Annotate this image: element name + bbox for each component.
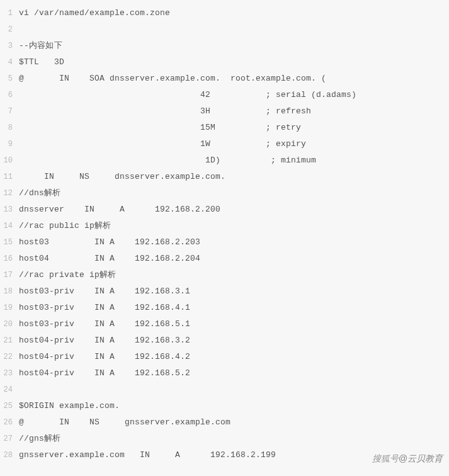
code-line: 5@ IN SOA dnsserver.example.com. root.ex… bbox=[0, 71, 449, 87]
code-line: 25$ORIGIN example.com. bbox=[0, 398, 449, 414]
code-line: 26@ IN NS gnsserver.example.com bbox=[0, 414, 449, 431]
code-line: 6 42 ; serial (d.adams) bbox=[0, 87, 449, 103]
line-number: 22 bbox=[0, 349, 19, 365]
line-number: 17 bbox=[0, 267, 19, 283]
line-number: 21 bbox=[0, 332, 19, 349]
line-content: @ IN SOA dnsserver.example.com. root.exa… bbox=[19, 71, 326, 87]
line-content: 1W ; expiry bbox=[19, 136, 306, 152]
code-line: 18host03-priv IN A 192.168.3.1 bbox=[0, 283, 449, 300]
line-content: @ IN NS gnsserver.example.com bbox=[19, 414, 230, 431]
line-content: host04 IN A 192.168.2.204 bbox=[19, 251, 200, 267]
line-content: 15M ; retry bbox=[19, 120, 301, 136]
line-content: //gns解析 bbox=[19, 431, 60, 447]
code-line: 1vi /var/named/example.com.zone bbox=[0, 5, 449, 21]
line-content: host03-priv IN A 192.168.5.1 bbox=[19, 316, 190, 332]
code-line: 2 bbox=[0, 21, 449, 38]
line-number: 7 bbox=[0, 103, 19, 120]
code-line: 23host04-priv IN A 192.168.5.2 bbox=[0, 365, 449, 382]
line-number: 8 bbox=[0, 120, 19, 136]
line-content: host04-priv IN A 192.168.5.2 bbox=[19, 365, 190, 382]
line-number: 2 bbox=[0, 21, 19, 38]
line-content: 42 ; serial (d.adams) bbox=[19, 87, 356, 103]
code-line: 22host04-priv IN A 192.168.4.2 bbox=[0, 349, 449, 365]
code-line: 4$TTL 3D bbox=[0, 54, 449, 71]
line-content: host04-priv IN A 192.168.4.2 bbox=[19, 349, 190, 365]
code-line: 16host04 IN A 192.168.2.204 bbox=[0, 251, 449, 267]
line-content: dnsserver IN A 192.168.2.200 bbox=[19, 201, 220, 218]
code-line: 3--内容如下 bbox=[0, 38, 449, 54]
line-content: --内容如下 bbox=[19, 38, 62, 54]
line-content: 1D) ; minimum bbox=[19, 152, 316, 169]
line-content: //rac private ip解析 bbox=[19, 267, 116, 283]
line-number: 20 bbox=[0, 316, 19, 332]
line-number: 3 bbox=[0, 38, 19, 54]
code-line: 24 bbox=[0, 382, 449, 398]
line-content: $ORIGIN example.com. bbox=[19, 398, 120, 414]
line-content: host03-priv IN A 192.168.3.1 bbox=[19, 283, 190, 300]
line-content: //rac public ip解析 bbox=[19, 218, 111, 234]
line-number: 16 bbox=[0, 251, 19, 267]
line-content: $TTL 3D bbox=[19, 54, 64, 71]
line-content: IN NS dnsserver.example.com. bbox=[19, 169, 225, 185]
code-line: 27//gns解析 bbox=[0, 431, 449, 447]
line-number: 4 bbox=[0, 54, 19, 71]
line-number: 14 bbox=[0, 218, 19, 234]
line-content: //dns解析 bbox=[19, 185, 60, 201]
line-number: 23 bbox=[0, 365, 19, 382]
code-line: 15host03 IN A 192.168.2.203 bbox=[0, 234, 449, 251]
watermark-at: @ bbox=[399, 453, 407, 463]
line-content: gnsserver.example.com IN A 192.168.2.199 bbox=[19, 447, 276, 463]
line-number: 11 bbox=[0, 169, 19, 185]
line-number: 13 bbox=[0, 201, 19, 218]
code-block: 1vi /var/named/example.com.zone23--内容如下4… bbox=[0, 5, 449, 463]
code-line: 10 1D) ; minimum bbox=[0, 152, 449, 169]
code-line: 13dnsserver IN A 192.168.2.200 bbox=[0, 201, 449, 218]
line-content: host03-priv IN A 192.168.4.1 bbox=[19, 300, 190, 316]
line-number: 15 bbox=[0, 234, 19, 251]
watermark-prefix: 搜狐号 bbox=[372, 453, 399, 463]
line-content: host03 IN A 192.168.2.203 bbox=[19, 234, 200, 251]
line-number: 10 bbox=[0, 152, 19, 169]
code-line: 12//dns解析 bbox=[0, 185, 449, 201]
line-number: 5 bbox=[0, 71, 19, 87]
code-line: 11 IN NS dnsserver.example.com. bbox=[0, 169, 449, 185]
watermark-name: 云贝教育 bbox=[407, 453, 443, 463]
line-number: 9 bbox=[0, 136, 19, 152]
watermark: 搜狐号@云贝教育 bbox=[372, 453, 443, 465]
line-number: 18 bbox=[0, 283, 19, 300]
line-content: vi /var/named/example.com.zone bbox=[19, 5, 170, 21]
line-number: 27 bbox=[0, 431, 19, 447]
code-line: 14//rac public ip解析 bbox=[0, 218, 449, 234]
line-number: 26 bbox=[0, 414, 19, 431]
code-line: 8 15M ; retry bbox=[0, 120, 449, 136]
line-number: 1 bbox=[0, 5, 19, 21]
line-number: 6 bbox=[0, 87, 19, 103]
code-line: 20host03-priv IN A 192.168.5.1 bbox=[0, 316, 449, 332]
code-line: 19host03-priv IN A 192.168.4.1 bbox=[0, 300, 449, 316]
line-number: 19 bbox=[0, 300, 19, 316]
code-line: 21host04-priv IN A 192.168.3.2 bbox=[0, 332, 449, 349]
line-number: 25 bbox=[0, 398, 19, 414]
line-number: 12 bbox=[0, 185, 19, 201]
line-number: 28 bbox=[0, 447, 19, 463]
code-line: 17//rac private ip解析 bbox=[0, 267, 449, 283]
line-number: 24 bbox=[0, 382, 19, 398]
code-line: 9 1W ; expiry bbox=[0, 136, 449, 152]
code-line: 7 3H ; refresh bbox=[0, 103, 449, 120]
line-content: 3H ; refresh bbox=[19, 103, 311, 120]
line-content: host04-priv IN A 192.168.3.2 bbox=[19, 332, 190, 349]
